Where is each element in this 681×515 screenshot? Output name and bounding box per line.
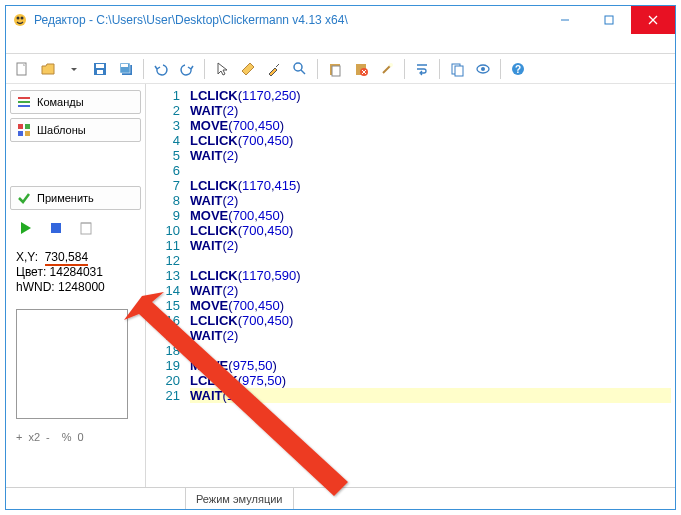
svg-rect-17 — [332, 66, 340, 76]
help-icon[interactable]: ? — [506, 57, 530, 81]
minimize-button[interactable] — [543, 6, 587, 34]
new-file-icon[interactable] — [10, 57, 34, 81]
commands-button[interactable]: Команды — [10, 90, 141, 114]
play-button[interactable] — [16, 218, 36, 238]
menubar[interactable] — [6, 34, 675, 54]
search-icon[interactable] — [288, 57, 312, 81]
color-label: Цвет: — [16, 265, 46, 279]
notes-button[interactable] — [76, 218, 96, 238]
zoom-pct: % — [62, 431, 72, 443]
save-icon[interactable] — [88, 57, 112, 81]
apply-button[interactable]: Применить — [10, 186, 141, 210]
svg-rect-31 — [18, 124, 23, 129]
open-file-icon[interactable] — [36, 57, 60, 81]
editor-window: Редактор - C:\Users\User\Desktop\Clicker… — [5, 5, 676, 510]
svg-rect-32 — [25, 124, 30, 129]
cursor-icon[interactable] — [210, 57, 234, 81]
svg-rect-36 — [81, 223, 91, 234]
redo-icon[interactable] — [175, 57, 199, 81]
svg-rect-30 — [18, 105, 30, 107]
svg-rect-29 — [18, 101, 30, 103]
svg-rect-9 — [96, 64, 104, 68]
svg-rect-35 — [51, 223, 61, 233]
svg-text:?: ? — [515, 64, 521, 75]
ruler-icon[interactable] — [236, 57, 260, 81]
svg-point-0 — [14, 14, 26, 26]
svg-point-21 — [389, 63, 393, 67]
wand-icon[interactable] — [375, 57, 399, 81]
zoom-minus[interactable]: - — [46, 431, 50, 443]
stop-button[interactable] — [46, 218, 66, 238]
copy-icon[interactable] — [445, 57, 469, 81]
toolbar: ? — [6, 54, 675, 84]
undo-icon[interactable] — [149, 57, 173, 81]
svg-rect-13 — [121, 64, 128, 67]
svg-rect-33 — [18, 131, 23, 136]
zoom-level: x2 — [28, 431, 40, 443]
zoom-plus[interactable]: + — [16, 431, 22, 443]
eyedropper-icon[interactable] — [262, 57, 286, 81]
eye-icon[interactable] — [471, 57, 495, 81]
svg-point-25 — [481, 67, 485, 71]
status-mode: Режим эмуляции — [186, 488, 294, 509]
app-icon — [12, 12, 28, 28]
commands-icon — [17, 95, 31, 109]
check-icon — [17, 191, 31, 205]
maximize-button[interactable] — [587, 6, 631, 34]
svg-line-15 — [301, 70, 305, 74]
templates-label: Шаблоны — [37, 124, 86, 136]
xy-value: 730,584 — [45, 250, 88, 266]
svg-rect-4 — [605, 16, 613, 24]
titlebar[interactable]: Редактор - C:\Users\User\Desktop\Clicker… — [6, 6, 675, 34]
close-button[interactable] — [631, 6, 675, 34]
templates-button[interactable]: Шаблоны — [10, 118, 141, 142]
svg-rect-10 — [97, 70, 103, 74]
wrap-icon[interactable] — [410, 57, 434, 81]
xy-label: X,Y: — [16, 250, 38, 264]
delete-icon[interactable] — [349, 57, 373, 81]
svg-rect-23 — [455, 66, 463, 76]
color-value: 14284031 — [50, 265, 103, 279]
save-all-icon[interactable] — [114, 57, 138, 81]
templates-icon — [17, 123, 31, 137]
hwnd-label: hWND: — [16, 280, 55, 294]
svg-point-2 — [21, 17, 24, 20]
line-gutter: 123456789101112131415161718192021 — [146, 84, 186, 487]
dropdown-icon[interactable] — [62, 57, 86, 81]
code-editor[interactable]: 123456789101112131415161718192021 LCLICK… — [146, 84, 675, 487]
svg-point-14 — [294, 63, 302, 71]
commands-label: Команды — [37, 96, 84, 108]
apply-label: Применить — [37, 192, 94, 204]
hwnd-value: 1248000 — [58, 280, 105, 294]
zoom-controls: + x2 - % 0 — [10, 429, 141, 445]
code-area[interactable]: LCLICK(1170,250)WAIT(2)MOVE(700,450)LCLI… — [186, 84, 675, 487]
svg-point-1 — [17, 17, 20, 20]
svg-rect-34 — [25, 131, 30, 136]
color-preview — [16, 309, 128, 419]
statusbar: Режим эмуляции — [6, 487, 675, 509]
zoom-zero: 0 — [78, 431, 84, 443]
svg-rect-28 — [18, 97, 30, 99]
window-title: Редактор - C:\Users\User\Desktop\Clicker… — [34, 13, 543, 27]
paste-icon[interactable] — [323, 57, 347, 81]
info-panel: X,Y: 730,584 Цвет: 14284031 hWND: 124800… — [10, 246, 141, 299]
sidebar: Команды Шаблоны Применить X,Y: 730,584 Ц… — [6, 84, 146, 487]
